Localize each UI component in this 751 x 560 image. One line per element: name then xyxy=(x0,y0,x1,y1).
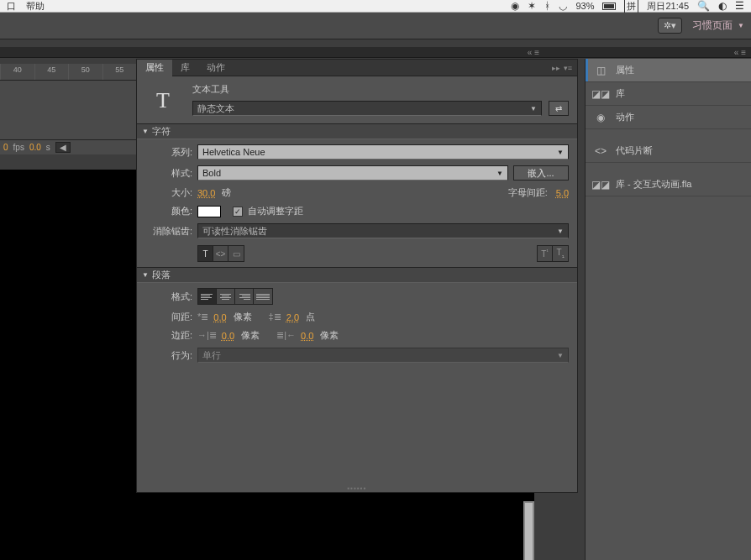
size-unit: 磅 xyxy=(222,186,231,199)
sidebar-item-properties[interactable]: ◫ 属性 xyxy=(586,59,751,82)
font-size-value[interactable]: 30.0 xyxy=(197,188,215,198)
gear-button[interactable]: ✲▾ xyxy=(658,18,682,34)
panel-expand-icon[interactable]: ▸▸ xyxy=(552,64,560,72)
indent-icon: *≣ xyxy=(197,311,208,322)
bluetooth-icon[interactable]: ᚼ xyxy=(544,0,550,12)
char-section-label: 字符 xyxy=(152,125,171,138)
antialias-value: 可读性消除锯齿 xyxy=(202,225,267,238)
ime-indicator[interactable]: 拼 xyxy=(624,0,638,13)
behavior-value: 单行 xyxy=(202,349,221,362)
embed-button[interactable]: 嵌入... xyxy=(513,165,569,181)
align-center-button[interactable] xyxy=(217,289,235,304)
para-section-header[interactable]: ▼ 段落 xyxy=(137,267,577,283)
text-type-value: 静态文本 xyxy=(197,102,234,115)
indent-unit: 像素 xyxy=(234,311,252,323)
doc-library-icon: ◪◪ xyxy=(594,178,607,191)
time-unit: s xyxy=(46,143,50,152)
font-style-dropdown[interactable]: Bold ▼ xyxy=(197,165,508,181)
sidebar-item-library[interactable]: ◪◪ 库 xyxy=(586,82,751,106)
ruler-mark: 55 xyxy=(102,64,137,80)
margin-label: 边距: xyxy=(145,329,192,342)
text-type-dropdown[interactable]: 静态文本 ▼ xyxy=(192,101,542,116)
font-family-dropdown[interactable]: Helvetica Neue ▼ xyxy=(197,144,569,160)
tool-title: 文本工具 xyxy=(192,83,569,96)
window-menu[interactable]: 口 xyxy=(7,0,16,13)
border-toggle[interactable]: ▭ xyxy=(228,246,244,261)
sidebar-item-actions[interactable]: ◉ 动作 xyxy=(586,106,751,129)
cc-icon[interactable]: ◉ xyxy=(511,0,519,12)
indent-value[interactable]: 0.0 xyxy=(213,312,226,322)
workspace-label: 习惯页面 xyxy=(692,18,733,33)
battery-icon[interactable] xyxy=(602,3,616,10)
subscript-icon: T₁ xyxy=(556,248,564,259)
margin-left-unit: 像素 xyxy=(241,329,260,342)
format-label: 格式: xyxy=(145,290,192,303)
font-family-value: Helvetica Neue xyxy=(202,147,265,157)
fps-value[interactable]: 0 xyxy=(3,143,8,152)
text-tool-icon: T xyxy=(145,83,181,118)
siri-icon[interactable]: ◐ xyxy=(718,0,727,12)
leading-value[interactable]: 2.0 xyxy=(286,312,299,322)
timeline-body[interactable] xyxy=(0,81,136,139)
align-right-button[interactable] xyxy=(235,289,254,304)
tab-properties[interactable]: 属性 xyxy=(137,60,172,76)
ruler-mark: 50 xyxy=(68,64,102,80)
family-label: 系列: xyxy=(145,146,192,159)
behavior-label: 行为: xyxy=(145,349,192,362)
behavior-dropdown[interactable]: 单行 ▼ xyxy=(197,348,569,363)
selectable-toggle[interactable]: T xyxy=(198,246,213,261)
sidebar-item-code-snippets[interactable]: <> 代码片断 xyxy=(586,139,751,163)
time-value[interactable]: 0.0 xyxy=(29,143,41,152)
workspace-dropdown[interactable]: 习惯页面 ▼ xyxy=(692,18,744,33)
actions-icon: ◉ xyxy=(594,111,607,124)
sidebar-item-doc-library[interactable]: ◪◪ 库 - 交互式动画.fla xyxy=(586,173,751,196)
code-snippets-icon: <> xyxy=(594,144,607,158)
align-justify-button[interactable] xyxy=(254,289,272,304)
properties-panel: 属性 库 动作 ▸▸ ▾≡ T 文本工具 静态文本 ▼ ⇄ ▼ 字符 系列: xyxy=(136,59,578,493)
disclosure-triangle-icon: ▼ xyxy=(142,271,149,279)
battery-pct: 93% xyxy=(575,1,594,11)
panel-tabs: 属性 库 动作 ▸▸ ▾≡ xyxy=(137,60,577,76)
sidebar-flap[interactable]: « ≡ xyxy=(544,47,751,58)
stage-scroll-thumb[interactable] xyxy=(524,502,533,560)
text-direction-button[interactable]: ⇄ xyxy=(549,101,569,116)
library-icon: ◪◪ xyxy=(594,87,607,101)
ruler-mark: 40 xyxy=(0,64,34,80)
chevron-down-icon: ▼ xyxy=(557,149,564,156)
disclosure-triangle-icon: ▼ xyxy=(142,128,149,135)
html-render-toggle[interactable]: <> xyxy=(213,246,228,261)
timeline-ruler[interactable]: 40 45 50 55 xyxy=(0,64,136,81)
timeline-scroll-left[interactable]: ◀ xyxy=(55,142,71,153)
tracking-value[interactable]: 5.0 xyxy=(556,188,569,198)
sidebar-item-label: 代码片断 xyxy=(616,144,653,157)
char-section-header[interactable]: ▼ 字符 xyxy=(137,123,577,139)
timeline-flap[interactable]: « ≡ xyxy=(0,47,544,58)
border-icon: ▭ xyxy=(233,249,240,259)
spotlight-icon[interactable]: 🔍 xyxy=(697,0,710,12)
align-left-button[interactable] xyxy=(198,289,217,304)
right-sidebar: ◫ 属性 ◪◪ 库 ◉ 动作 <> 代码片断 ◪◪ 库 - 交互式动画.fla xyxy=(585,59,751,560)
margin-left-value[interactable]: 0.0 xyxy=(222,331,234,341)
panel-resize-grip[interactable]: ▪▪▪▪▪▪ xyxy=(340,486,374,490)
stage-scrollbar[interactable] xyxy=(523,501,534,560)
tab-actions[interactable]: 动作 xyxy=(198,60,234,76)
notification-icon[interactable]: ☰ xyxy=(735,0,744,12)
para-section-label: 段落 xyxy=(152,269,171,281)
margin-right-value[interactable]: 0.0 xyxy=(301,331,313,341)
chevron-down-icon: ▼ xyxy=(738,22,744,29)
wifi-icon[interactable]: ◡ xyxy=(559,0,567,12)
clock[interactable]: 周日21:45 xyxy=(647,0,689,13)
font-style-value: Bold xyxy=(202,168,221,178)
leading-unit: 点 xyxy=(306,311,315,323)
superscript-button[interactable]: T¹ xyxy=(538,246,553,261)
leading-icon: ‡≣ xyxy=(269,311,281,322)
antialias-dropdown[interactable]: 可读性消除锯齿 ▼ xyxy=(197,223,569,238)
help-menu[interactable]: 帮助 xyxy=(26,0,45,13)
style-label: 样式: xyxy=(145,167,192,180)
color-swatch[interactable] xyxy=(197,206,221,217)
panel-menu-icon[interactable]: ▾≡ xyxy=(564,64,572,72)
subscript-button[interactable]: T₁ xyxy=(553,246,568,261)
autokern-checkbox[interactable]: ✓ xyxy=(233,207,243,217)
ant-icon[interactable]: ✶ xyxy=(528,0,536,12)
tab-library[interactable]: 库 xyxy=(172,60,198,76)
